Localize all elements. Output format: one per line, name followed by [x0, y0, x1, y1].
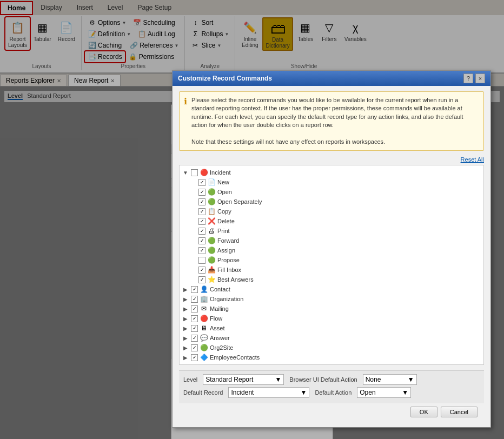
incident-icon: 🔴: [200, 168, 208, 177]
open-label: Open: [217, 189, 232, 195]
level-select-arrow: ▼: [275, 376, 281, 383]
tree-item-mailing[interactable]: ▶ ✓ ✉ Mailing: [182, 304, 481, 314]
tree-item-asset[interactable]: ▶ ✓ 🖥 Asset: [182, 323, 481, 333]
org2site-checkbox[interactable]: ✓: [191, 344, 198, 351]
delete-icon: ❌: [207, 217, 216, 225]
new-checkbox[interactable]: ✓: [198, 179, 205, 186]
tree-item-best-answers[interactable]: ▶ ✓ ⭐ Best Answers: [189, 275, 481, 284]
tree-item-forward[interactable]: ▶ ✓ 🟢 Forward: [189, 236, 481, 245]
propose-label: Propose: [217, 257, 240, 263]
organization-expand[interactable]: ▶: [182, 295, 189, 303]
info-icon: ℹ: [184, 96, 187, 146]
tree-item-fill-inbox[interactable]: ▶ ✓ 📥 Fill Inbox: [189, 265, 481, 275]
incident-children: ▶ ✓ 📄 New ▶ ✓ 🟢 Open ▶ ✓ 🟢 Open Separate…: [182, 177, 481, 284]
dialog-close-button[interactable]: ×: [475, 74, 485, 83]
incident-expand[interactable]: ▼: [182, 169, 189, 176]
flow-checkbox[interactable]: ✓: [191, 315, 198, 322]
employee-contacts-icon: 🔷: [200, 353, 208, 362]
default-record-value: Incident: [231, 389, 254, 396]
copy-checkbox[interactable]: ✓: [198, 208, 205, 215]
open-icon: 🟢: [207, 188, 216, 196]
browser-ui-arrow: ▼: [408, 376, 414, 383]
incident-checkbox[interactable]: [191, 169, 198, 176]
flow-expand[interactable]: ▶: [182, 315, 189, 322]
tree-item-copy[interactable]: ▶ ✓ 📋 Copy: [189, 207, 481, 216]
org2site-expand[interactable]: ▶: [182, 344, 189, 351]
copy-label: Copy: [217, 208, 231, 215]
reset-all-link[interactable]: Reset All: [179, 156, 484, 163]
new-label: New: [217, 179, 229, 185]
cancel-button[interactable]: Cancel: [441, 407, 478, 417]
default-record-select[interactable]: Incident ▼: [228, 387, 309, 398]
open-checkbox[interactable]: ✓: [198, 189, 205, 196]
mailing-expand[interactable]: ▶: [182, 305, 189, 312]
employee-contacts-checkbox[interactable]: ✓: [191, 354, 198, 361]
browser-ui-value: None: [366, 376, 381, 383]
tree-item-org2site[interactable]: ▶ ✓ 🟢 Org2Site: [182, 343, 481, 352]
default-action-value: Open: [360, 389, 375, 396]
tree-item-delete[interactable]: ▶ ✓ ❌ Delete: [189, 216, 481, 226]
tree-item-incident[interactable]: ▼ 🔴 Incident: [182, 168, 481, 177]
assign-icon: 🟢: [207, 246, 216, 255]
tree-item-employee-contacts[interactable]: ▶ ✓ 🔷 EmployeeContacts: [182, 352, 481, 362]
propose-icon: 🟢: [207, 256, 216, 264]
tree-item-answer[interactable]: ▶ ✓ 💬 Answer: [182, 333, 481, 343]
fill-inbox-label: Fill Inbox: [217, 267, 241, 273]
tree-item-organization[interactable]: ▶ ✓ 🏢 Organization: [182, 294, 481, 304]
forward-checkbox[interactable]: ✓: [198, 237, 205, 244]
assign-label: Assign: [217, 247, 235, 254]
commands-tree[interactable]: ▼ 🔴 Incident ▶ ✓ 📄 New ▶ ✓ 🟢 Open: [179, 165, 484, 365]
open-separately-icon: 🟢: [207, 197, 216, 206]
mailing-checkbox[interactable]: ✓: [191, 305, 198, 312]
contact-icon: 👤: [200, 285, 208, 294]
contact-label: Contact: [210, 286, 230, 292]
print-checkbox[interactable]: ✓: [198, 228, 205, 235]
fill-inbox-icon: 📥: [207, 265, 216, 274]
tree-item-print[interactable]: ▶ ✓ 🖨 Print: [189, 226, 481, 236]
level-footer-label: Level: [183, 376, 197, 383]
tree-item-assign[interactable]: ▶ ✓ 🟢 Assign: [189, 245, 481, 255]
asset-checkbox[interactable]: ✓: [191, 325, 198, 332]
tree-item-propose[interactable]: ▶ 🟢 Propose: [189, 255, 481, 265]
tree-item-contact[interactable]: ▶ ✓ 👤 Contact: [182, 284, 481, 294]
organization-checkbox[interactable]: ✓: [191, 296, 198, 303]
fill-inbox-checkbox[interactable]: ✓: [198, 267, 205, 274]
asset-expand[interactable]: ▶: [182, 324, 189, 332]
answer-expand[interactable]: ▶: [182, 334, 189, 342]
contact-expand[interactable]: ▶: [182, 285, 189, 293]
tree-item-flow[interactable]: ▶ ✓ 🔴 Flow: [182, 314, 481, 323]
new-icon: 📄: [207, 178, 216, 187]
level-select[interactable]: Standard Report ▼: [203, 374, 284, 385]
contact-checkbox[interactable]: ✓: [191, 286, 198, 293]
tree-item-open[interactable]: ▶ ✓ 🟢 Open: [189, 187, 481, 197]
asset-icon: 🖥: [200, 324, 208, 332]
open-separately-checkbox[interactable]: ✓: [198, 198, 205, 205]
browser-ui-select[interactable]: None ▼: [363, 374, 417, 385]
answer-icon: 💬: [200, 334, 208, 342]
default-action-label: Default Action: [315, 389, 352, 396]
assign-checkbox[interactable]: ✓: [198, 247, 205, 254]
org2site-label: Org2Site: [210, 344, 233, 351]
best-answers-checkbox[interactable]: ✓: [198, 276, 205, 283]
answer-checkbox[interactable]: ✓: [191, 335, 198, 342]
level-select-value: Standard Report: [205, 376, 253, 383]
open-separately-label: Open Separately: [217, 198, 262, 205]
tree-item-open-separately[interactable]: ▶ ✓ 🟢 Open Separately: [189, 197, 481, 207]
default-action-arrow: ▼: [402, 389, 408, 396]
forward-label: Forward: [217, 237, 239, 244]
incident-label: Incident: [210, 169, 231, 176]
delete-checkbox[interactable]: ✓: [198, 218, 205, 225]
tree-item-new[interactable]: ▶ ✓ 📄 New: [189, 177, 481, 187]
best-answers-label: Best Answers: [217, 276, 254, 283]
employee-contacts-expand[interactable]: ▶: [182, 354, 189, 361]
organization-icon: 🏢: [200, 295, 208, 303]
dialog-title-bar: Customize Record Commands ? ×: [173, 71, 490, 86]
forward-icon: 🟢: [207, 236, 216, 245]
customize-record-commands-dialog: Customize Record Commands ? × ℹ Please s…: [172, 70, 491, 428]
ok-button[interactable]: OK: [410, 407, 437, 417]
default-action-select[interactable]: Open ▼: [357, 387, 411, 398]
propose-checkbox[interactable]: [198, 257, 205, 264]
default-record-label: Default Record: [183, 389, 223, 396]
print-label: Print: [217, 228, 230, 234]
dialog-help-button[interactable]: ?: [463, 74, 473, 83]
